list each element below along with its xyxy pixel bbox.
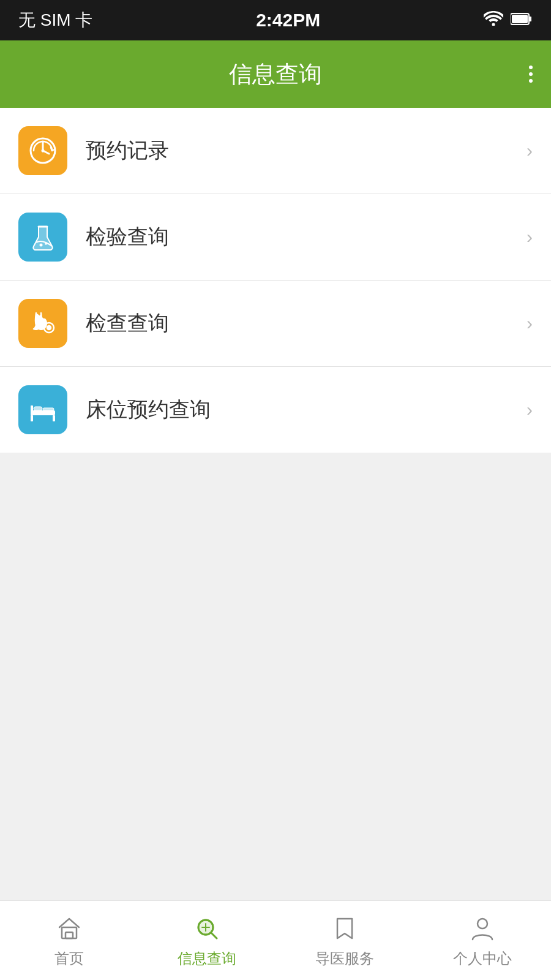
bookmark-icon	[329, 913, 360, 944]
list-item-lab[interactable]: 检验查询 ›	[0, 194, 551, 281]
user-icon	[467, 913, 498, 944]
list-item-appointment[interactable]: 预约记录 ›	[0, 108, 551, 194]
bed-label: 床位预约查询	[86, 396, 527, 424]
svg-rect-13	[31, 410, 55, 415]
status-bar: 无 SIM 卡 2:42PM	[0, 0, 551, 40]
svg-point-0	[492, 23, 495, 26]
nav-label-home: 首页	[54, 949, 84, 968]
bottom-navigation: 首页 信息查询 导医服务	[0, 900, 551, 980]
svg-point-7	[42, 149, 45, 153]
nav-label-profile: 个人中心	[453, 949, 512, 968]
bed-icon-bg	[18, 385, 67, 434]
appointment-icon-bg	[18, 126, 67, 175]
dot2	[529, 72, 533, 76]
svg-rect-3	[512, 15, 528, 23]
svg-point-10	[45, 243, 47, 245]
stethoscope-icon	[28, 308, 58, 339]
search-icon	[192, 913, 222, 944]
nav-item-info[interactable]: 信息查询	[138, 901, 276, 980]
nav-item-guide[interactable]: 导医服务	[276, 901, 413, 980]
wifi-icon	[484, 10, 503, 30]
svg-line-23	[211, 933, 217, 938]
home-icon	[54, 913, 84, 944]
nav-label-guide: 导医服务	[315, 949, 374, 968]
header-title: 信息查询	[229, 59, 322, 90]
svg-rect-17	[34, 407, 42, 410]
menu-list: 预约记录 › 检验查询 › 检查查询 ›	[0, 108, 551, 453]
header: 信息查询	[0, 40, 551, 108]
svg-rect-16	[31, 405, 33, 415]
battery-icon	[511, 10, 533, 30]
svg-point-26	[478, 919, 487, 929]
lab-label: 检验查询	[86, 223, 527, 251]
empty-content-area	[0, 453, 551, 967]
exam-label: 检查查询	[86, 309, 527, 337]
more-button[interactable]	[529, 66, 533, 83]
time-text: 2:42PM	[256, 10, 320, 31]
svg-rect-15	[53, 415, 55, 421]
appointment-label: 预约记录	[86, 137, 527, 165]
svg-rect-18	[43, 408, 54, 410]
svg-rect-14	[31, 415, 33, 421]
exam-icon-bg	[18, 299, 67, 348]
svg-rect-20	[66, 932, 73, 938]
list-item-bed[interactable]: 床位预约查询 ›	[0, 367, 551, 453]
svg-rect-2	[529, 17, 531, 21]
nav-item-home[interactable]: 首页	[0, 901, 138, 980]
dot1	[529, 66, 533, 69]
bed-arrow: ›	[527, 399, 533, 420]
flask-icon	[28, 222, 58, 252]
list-item-exam[interactable]: 检查查询 ›	[0, 281, 551, 367]
appointment-arrow: ›	[527, 140, 533, 161]
carrier-text: 无 SIM 卡	[18, 9, 92, 32]
nav-item-profile[interactable]: 个人中心	[413, 901, 551, 980]
nav-label-info: 信息查询	[178, 949, 236, 968]
clock-icon	[28, 135, 58, 166]
lab-icon-bg	[18, 213, 67, 262]
svg-point-12	[47, 326, 51, 330]
dot3	[529, 79, 533, 83]
exam-arrow: ›	[527, 313, 533, 334]
lab-arrow: ›	[527, 227, 533, 247]
svg-point-9	[40, 244, 43, 247]
status-icons	[484, 10, 533, 30]
bed-icon	[28, 394, 58, 425]
